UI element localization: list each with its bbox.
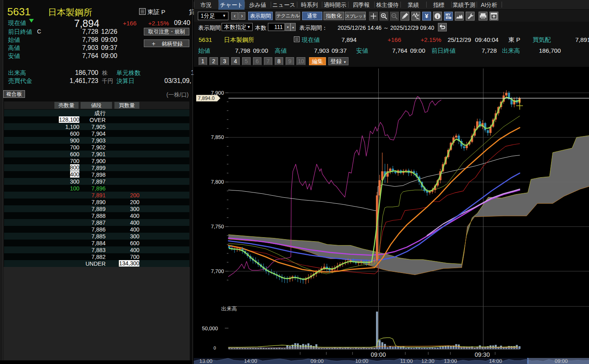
svg-text:50,000: 50,000 — [202, 325, 218, 331]
svg-text:出来高: 出来高 — [221, 306, 237, 312]
svg-text:13:00: 13:00 — [444, 358, 457, 364]
svg-text:12:30: 12:30 — [421, 358, 435, 364]
svg-text:7,894.0: 7,894.0 — [198, 95, 215, 101]
svg-text:0: 0 — [214, 346, 216, 351]
svg-text:¥: ¥ — [425, 13, 429, 20]
svg-text:7,900: 7,900 — [211, 90, 224, 96]
svg-text:10:00: 10:00 — [355, 358, 369, 364]
svg-text:11:00: 11:00 — [400, 358, 413, 364]
svg-text:7,700: 7,700 — [211, 268, 224, 274]
svg-text:09:30: 09:30 — [475, 352, 490, 358]
svg-text:09:00: 09:00 — [555, 358, 568, 364]
svg-text:7,800: 7,800 — [211, 179, 224, 185]
svg-text:14:00: 14:00 — [489, 358, 502, 364]
svg-text:13:00: 13:00 — [199, 358, 213, 364]
svg-text:09:00: 09:00 — [371, 352, 386, 358]
svg-text:MY: MY — [446, 12, 451, 17]
svg-text:7,850: 7,850 — [211, 134, 224, 140]
svg-text:14:00: 14:00 — [244, 358, 257, 364]
svg-text:09:00: 09:00 — [311, 358, 324, 364]
svg-text:7,750: 7,750 — [211, 223, 224, 230]
